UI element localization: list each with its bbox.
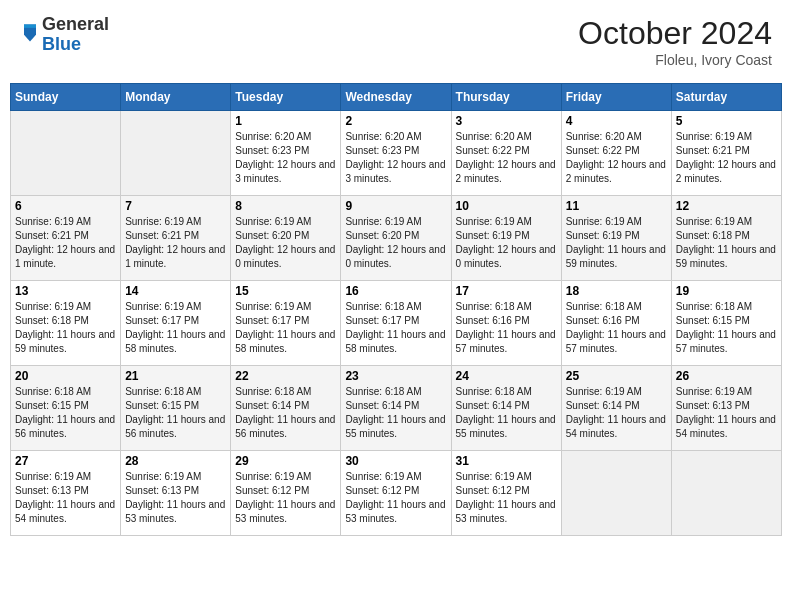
month-title: October 2024 [578, 15, 772, 52]
day-detail: Sunrise: 6:19 AM Sunset: 6:19 PM Dayligh… [456, 215, 557, 271]
day-detail: Sunrise: 6:19 AM Sunset: 6:18 PM Dayligh… [676, 215, 777, 271]
calendar-cell: 4Sunrise: 6:20 AM Sunset: 6:22 PM Daylig… [561, 111, 671, 196]
day-detail: Sunrise: 6:18 AM Sunset: 6:15 PM Dayligh… [125, 385, 226, 441]
day-detail: Sunrise: 6:19 AM Sunset: 6:21 PM Dayligh… [676, 130, 777, 186]
calendar-cell [561, 451, 671, 536]
day-detail: Sunrise: 6:19 AM Sunset: 6:12 PM Dayligh… [235, 470, 336, 526]
day-detail: Sunrise: 6:19 AM Sunset: 6:13 PM Dayligh… [676, 385, 777, 441]
day-number: 3 [456, 114, 557, 128]
calendar-cell: 20Sunrise: 6:18 AM Sunset: 6:15 PM Dayli… [11, 366, 121, 451]
day-detail: Sunrise: 6:18 AM Sunset: 6:16 PM Dayligh… [456, 300, 557, 356]
calendar-cell: 17Sunrise: 6:18 AM Sunset: 6:16 PM Dayli… [451, 281, 561, 366]
day-detail: Sunrise: 6:19 AM Sunset: 6:20 PM Dayligh… [235, 215, 336, 271]
calendar-week-4: 20Sunrise: 6:18 AM Sunset: 6:15 PM Dayli… [11, 366, 782, 451]
day-number: 30 [345, 454, 446, 468]
day-number: 24 [456, 369, 557, 383]
day-detail: Sunrise: 6:19 AM Sunset: 6:12 PM Dayligh… [456, 470, 557, 526]
calendar-cell [121, 111, 231, 196]
calendar-week-3: 13Sunrise: 6:19 AM Sunset: 6:18 PM Dayli… [11, 281, 782, 366]
day-number: 14 [125, 284, 226, 298]
day-number: 11 [566, 199, 667, 213]
calendar-week-5: 27Sunrise: 6:19 AM Sunset: 6:13 PM Dayli… [11, 451, 782, 536]
day-number: 6 [15, 199, 116, 213]
day-detail: Sunrise: 6:19 AM Sunset: 6:17 PM Dayligh… [235, 300, 336, 356]
calendar-cell: 26Sunrise: 6:19 AM Sunset: 6:13 PM Dayli… [671, 366, 781, 451]
day-detail: Sunrise: 6:18 AM Sunset: 6:14 PM Dayligh… [456, 385, 557, 441]
day-number: 9 [345, 199, 446, 213]
day-detail: Sunrise: 6:19 AM Sunset: 6:19 PM Dayligh… [566, 215, 667, 271]
day-number: 2 [345, 114, 446, 128]
calendar-cell: 21Sunrise: 6:18 AM Sunset: 6:15 PM Dayli… [121, 366, 231, 451]
day-detail: Sunrise: 6:20 AM Sunset: 6:23 PM Dayligh… [235, 130, 336, 186]
day-number: 5 [676, 114, 777, 128]
day-detail: Sunrise: 6:18 AM Sunset: 6:15 PM Dayligh… [676, 300, 777, 356]
calendar-cell: 10Sunrise: 6:19 AM Sunset: 6:19 PM Dayli… [451, 196, 561, 281]
month-info: October 2024 Floleu, Ivory Coast [578, 15, 772, 68]
day-number: 21 [125, 369, 226, 383]
calendar-cell: 3Sunrise: 6:20 AM Sunset: 6:22 PM Daylig… [451, 111, 561, 196]
day-detail: Sunrise: 6:18 AM Sunset: 6:16 PM Dayligh… [566, 300, 667, 356]
calendar-cell: 24Sunrise: 6:18 AM Sunset: 6:14 PM Dayli… [451, 366, 561, 451]
day-detail: Sunrise: 6:19 AM Sunset: 6:21 PM Dayligh… [15, 215, 116, 271]
calendar-cell: 31Sunrise: 6:19 AM Sunset: 6:12 PM Dayli… [451, 451, 561, 536]
location-subtitle: Floleu, Ivory Coast [578, 52, 772, 68]
calendar-cell: 19Sunrise: 6:18 AM Sunset: 6:15 PM Dayli… [671, 281, 781, 366]
day-number: 19 [676, 284, 777, 298]
calendar-cell: 22Sunrise: 6:18 AM Sunset: 6:14 PM Dayli… [231, 366, 341, 451]
day-number: 28 [125, 454, 226, 468]
calendar-cell: 29Sunrise: 6:19 AM Sunset: 6:12 PM Dayli… [231, 451, 341, 536]
calendar-cell: 13Sunrise: 6:19 AM Sunset: 6:18 PM Dayli… [11, 281, 121, 366]
day-number: 31 [456, 454, 557, 468]
day-detail: Sunrise: 6:20 AM Sunset: 6:22 PM Dayligh… [456, 130, 557, 186]
day-detail: Sunrise: 6:20 AM Sunset: 6:22 PM Dayligh… [566, 130, 667, 186]
day-number: 10 [456, 199, 557, 213]
calendar-cell: 16Sunrise: 6:18 AM Sunset: 6:17 PM Dayli… [341, 281, 451, 366]
calendar-cell: 18Sunrise: 6:18 AM Sunset: 6:16 PM Dayli… [561, 281, 671, 366]
calendar-cell: 11Sunrise: 6:19 AM Sunset: 6:19 PM Dayli… [561, 196, 671, 281]
svg-marker-1 [24, 24, 36, 27]
day-number: 13 [15, 284, 116, 298]
logo-general-text: General [42, 14, 109, 34]
weekday-header-monday: Monday [121, 84, 231, 111]
weekday-header-friday: Friday [561, 84, 671, 111]
logo-icon [20, 21, 40, 45]
day-number: 12 [676, 199, 777, 213]
day-number: 27 [15, 454, 116, 468]
calendar-cell: 30Sunrise: 6:19 AM Sunset: 6:12 PM Dayli… [341, 451, 451, 536]
calendar-cell: 7Sunrise: 6:19 AM Sunset: 6:21 PM Daylig… [121, 196, 231, 281]
day-detail: Sunrise: 6:19 AM Sunset: 6:13 PM Dayligh… [125, 470, 226, 526]
calendar-cell: 6Sunrise: 6:19 AM Sunset: 6:21 PM Daylig… [11, 196, 121, 281]
page-header: General Blue October 2024 Floleu, Ivory … [10, 10, 782, 73]
logo: General Blue [20, 15, 109, 55]
day-detail: Sunrise: 6:19 AM Sunset: 6:13 PM Dayligh… [15, 470, 116, 526]
calendar-cell: 8Sunrise: 6:19 AM Sunset: 6:20 PM Daylig… [231, 196, 341, 281]
day-number: 8 [235, 199, 336, 213]
day-detail: Sunrise: 6:18 AM Sunset: 6:15 PM Dayligh… [15, 385, 116, 441]
weekday-header-thursday: Thursday [451, 84, 561, 111]
day-number: 1 [235, 114, 336, 128]
day-number: 4 [566, 114, 667, 128]
day-number: 20 [15, 369, 116, 383]
day-detail: Sunrise: 6:19 AM Sunset: 6:18 PM Dayligh… [15, 300, 116, 356]
calendar-cell [11, 111, 121, 196]
day-detail: Sunrise: 6:18 AM Sunset: 6:14 PM Dayligh… [345, 385, 446, 441]
day-number: 17 [456, 284, 557, 298]
day-detail: Sunrise: 6:19 AM Sunset: 6:20 PM Dayligh… [345, 215, 446, 271]
calendar-cell: 1Sunrise: 6:20 AM Sunset: 6:23 PM Daylig… [231, 111, 341, 196]
calendar-cell [671, 451, 781, 536]
calendar-table: SundayMondayTuesdayWednesdayThursdayFrid… [10, 83, 782, 536]
calendar-week-1: 1Sunrise: 6:20 AM Sunset: 6:23 PM Daylig… [11, 111, 782, 196]
day-number: 26 [676, 369, 777, 383]
weekday-header-sunday: Sunday [11, 84, 121, 111]
weekday-header-saturday: Saturday [671, 84, 781, 111]
day-number: 29 [235, 454, 336, 468]
day-detail: Sunrise: 6:19 AM Sunset: 6:14 PM Dayligh… [566, 385, 667, 441]
day-number: 16 [345, 284, 446, 298]
weekday-header-tuesday: Tuesday [231, 84, 341, 111]
day-number: 23 [345, 369, 446, 383]
calendar-cell: 27Sunrise: 6:19 AM Sunset: 6:13 PM Dayli… [11, 451, 121, 536]
calendar-cell: 15Sunrise: 6:19 AM Sunset: 6:17 PM Dayli… [231, 281, 341, 366]
day-detail: Sunrise: 6:18 AM Sunset: 6:14 PM Dayligh… [235, 385, 336, 441]
day-detail: Sunrise: 6:19 AM Sunset: 6:21 PM Dayligh… [125, 215, 226, 271]
calendar-cell: 12Sunrise: 6:19 AM Sunset: 6:18 PM Dayli… [671, 196, 781, 281]
